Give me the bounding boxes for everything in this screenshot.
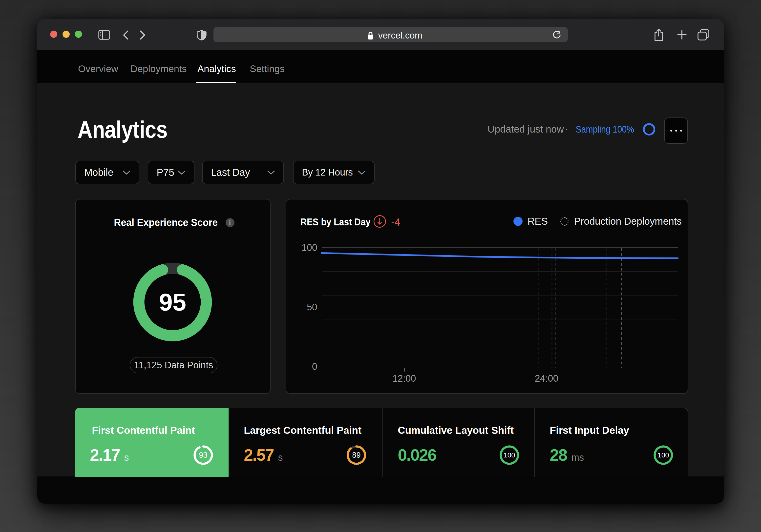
svg-text:95: 95 — [159, 288, 186, 316]
svg-text:50: 50 — [307, 302, 317, 312]
svg-text:24:00: 24:00 — [535, 373, 558, 384]
svg-text:0: 0 — [312, 361, 317, 372]
svg-text:12:00: 12:00 — [392, 373, 416, 384]
svg-text:100: 100 — [302, 242, 317, 253]
